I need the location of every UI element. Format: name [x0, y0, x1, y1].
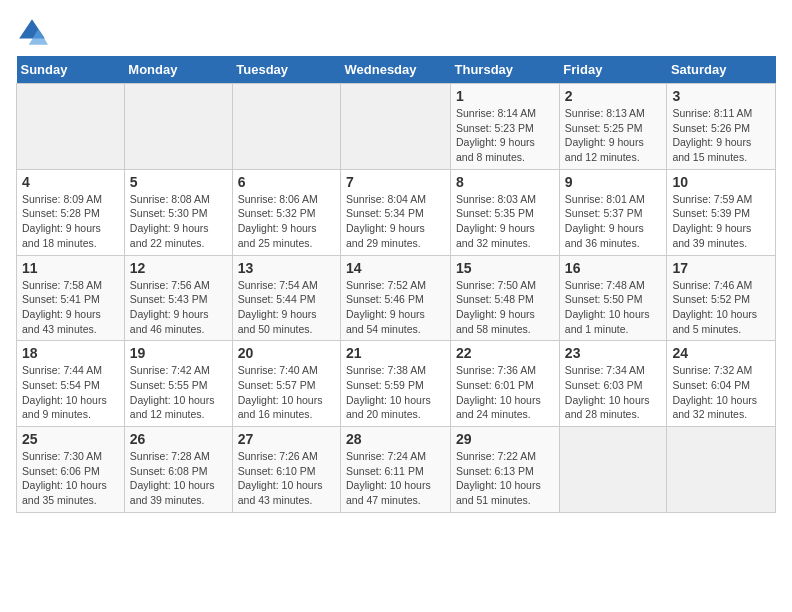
day-number: 2 [565, 88, 662, 104]
day-number: 18 [22, 345, 119, 361]
calendar-table: SundayMondayTuesdayWednesdayThursdayFrid… [16, 56, 776, 513]
day-number: 10 [672, 174, 770, 190]
calendar-cell: 23Sunrise: 7:34 AM Sunset: 6:03 PM Dayli… [559, 341, 667, 427]
calendar-cell: 11Sunrise: 7:58 AM Sunset: 5:41 PM Dayli… [17, 255, 125, 341]
calendar-cell [559, 427, 667, 513]
day-info: Sunrise: 7:28 AM Sunset: 6:08 PM Dayligh… [130, 449, 227, 508]
day-info: Sunrise: 8:08 AM Sunset: 5:30 PM Dayligh… [130, 192, 227, 251]
header-monday: Monday [124, 56, 232, 84]
calendar-cell: 15Sunrise: 7:50 AM Sunset: 5:48 PM Dayli… [451, 255, 560, 341]
calendar-cell: 10Sunrise: 7:59 AM Sunset: 5:39 PM Dayli… [667, 169, 776, 255]
calendar-cell: 28Sunrise: 7:24 AM Sunset: 6:11 PM Dayli… [341, 427, 451, 513]
day-number: 4 [22, 174, 119, 190]
calendar-cell: 6Sunrise: 8:06 AM Sunset: 5:32 PM Daylig… [232, 169, 340, 255]
day-info: Sunrise: 7:32 AM Sunset: 6:04 PM Dayligh… [672, 363, 770, 422]
day-number: 5 [130, 174, 227, 190]
day-info: Sunrise: 7:42 AM Sunset: 5:55 PM Dayligh… [130, 363, 227, 422]
day-info: Sunrise: 7:40 AM Sunset: 5:57 PM Dayligh… [238, 363, 335, 422]
day-number: 26 [130, 431, 227, 447]
day-number: 16 [565, 260, 662, 276]
calendar-header-row: SundayMondayTuesdayWednesdayThursdayFrid… [17, 56, 776, 84]
day-info: Sunrise: 7:22 AM Sunset: 6:13 PM Dayligh… [456, 449, 554, 508]
day-info: Sunrise: 7:58 AM Sunset: 5:41 PM Dayligh… [22, 278, 119, 337]
calendar-cell: 25Sunrise: 7:30 AM Sunset: 6:06 PM Dayli… [17, 427, 125, 513]
day-info: Sunrise: 8:03 AM Sunset: 5:35 PM Dayligh… [456, 192, 554, 251]
day-info: Sunrise: 8:04 AM Sunset: 5:34 PM Dayligh… [346, 192, 445, 251]
header-wednesday: Wednesday [341, 56, 451, 84]
day-number: 29 [456, 431, 554, 447]
header-thursday: Thursday [451, 56, 560, 84]
calendar-cell [17, 84, 125, 170]
day-number: 13 [238, 260, 335, 276]
logo-icon [16, 16, 48, 48]
day-number: 6 [238, 174, 335, 190]
header-friday: Friday [559, 56, 667, 84]
day-number: 11 [22, 260, 119, 276]
calendar-cell: 2Sunrise: 8:13 AM Sunset: 5:25 PM Daylig… [559, 84, 667, 170]
calendar-week-row: 25Sunrise: 7:30 AM Sunset: 6:06 PM Dayli… [17, 427, 776, 513]
day-info: Sunrise: 7:46 AM Sunset: 5:52 PM Dayligh… [672, 278, 770, 337]
calendar-cell: 16Sunrise: 7:48 AM Sunset: 5:50 PM Dayli… [559, 255, 667, 341]
calendar-cell: 22Sunrise: 7:36 AM Sunset: 6:01 PM Dayli… [451, 341, 560, 427]
day-info: Sunrise: 7:30 AM Sunset: 6:06 PM Dayligh… [22, 449, 119, 508]
header-tuesday: Tuesday [232, 56, 340, 84]
day-info: Sunrise: 7:52 AM Sunset: 5:46 PM Dayligh… [346, 278, 445, 337]
day-info: Sunrise: 8:14 AM Sunset: 5:23 PM Dayligh… [456, 106, 554, 165]
day-number: 3 [672, 88, 770, 104]
day-info: Sunrise: 8:09 AM Sunset: 5:28 PM Dayligh… [22, 192, 119, 251]
day-info: Sunrise: 7:56 AM Sunset: 5:43 PM Dayligh… [130, 278, 227, 337]
day-info: Sunrise: 7:26 AM Sunset: 6:10 PM Dayligh… [238, 449, 335, 508]
calendar-cell: 17Sunrise: 7:46 AM Sunset: 5:52 PM Dayli… [667, 255, 776, 341]
day-number: 28 [346, 431, 445, 447]
calendar-cell: 19Sunrise: 7:42 AM Sunset: 5:55 PM Dayli… [124, 341, 232, 427]
calendar-cell: 8Sunrise: 8:03 AM Sunset: 5:35 PM Daylig… [451, 169, 560, 255]
day-number: 24 [672, 345, 770, 361]
day-info: Sunrise: 8:06 AM Sunset: 5:32 PM Dayligh… [238, 192, 335, 251]
day-info: Sunrise: 7:34 AM Sunset: 6:03 PM Dayligh… [565, 363, 662, 422]
calendar-cell: 13Sunrise: 7:54 AM Sunset: 5:44 PM Dayli… [232, 255, 340, 341]
calendar-cell: 7Sunrise: 8:04 AM Sunset: 5:34 PM Daylig… [341, 169, 451, 255]
day-info: Sunrise: 8:01 AM Sunset: 5:37 PM Dayligh… [565, 192, 662, 251]
calendar-cell: 24Sunrise: 7:32 AM Sunset: 6:04 PM Dayli… [667, 341, 776, 427]
day-info: Sunrise: 7:36 AM Sunset: 6:01 PM Dayligh… [456, 363, 554, 422]
header-saturday: Saturday [667, 56, 776, 84]
day-number: 20 [238, 345, 335, 361]
day-info: Sunrise: 8:11 AM Sunset: 5:26 PM Dayligh… [672, 106, 770, 165]
calendar-cell [341, 84, 451, 170]
calendar-cell: 27Sunrise: 7:26 AM Sunset: 6:10 PM Dayli… [232, 427, 340, 513]
day-info: Sunrise: 8:13 AM Sunset: 5:25 PM Dayligh… [565, 106, 662, 165]
day-number: 22 [456, 345, 554, 361]
calendar-cell [667, 427, 776, 513]
calendar-week-row: 11Sunrise: 7:58 AM Sunset: 5:41 PM Dayli… [17, 255, 776, 341]
calendar-cell: 12Sunrise: 7:56 AM Sunset: 5:43 PM Dayli… [124, 255, 232, 341]
calendar-cell [232, 84, 340, 170]
day-number: 15 [456, 260, 554, 276]
day-number: 19 [130, 345, 227, 361]
calendar-cell: 4Sunrise: 8:09 AM Sunset: 5:28 PM Daylig… [17, 169, 125, 255]
day-number: 17 [672, 260, 770, 276]
logo [16, 16, 52, 48]
day-number: 1 [456, 88, 554, 104]
calendar-cell: 9Sunrise: 8:01 AM Sunset: 5:37 PM Daylig… [559, 169, 667, 255]
day-info: Sunrise: 7:59 AM Sunset: 5:39 PM Dayligh… [672, 192, 770, 251]
calendar-cell: 18Sunrise: 7:44 AM Sunset: 5:54 PM Dayli… [17, 341, 125, 427]
calendar-cell: 3Sunrise: 8:11 AM Sunset: 5:26 PM Daylig… [667, 84, 776, 170]
day-number: 14 [346, 260, 445, 276]
calendar-week-row: 4Sunrise: 8:09 AM Sunset: 5:28 PM Daylig… [17, 169, 776, 255]
calendar-cell [124, 84, 232, 170]
day-number: 21 [346, 345, 445, 361]
day-number: 8 [456, 174, 554, 190]
day-number: 9 [565, 174, 662, 190]
day-number: 27 [238, 431, 335, 447]
calendar-cell: 14Sunrise: 7:52 AM Sunset: 5:46 PM Dayli… [341, 255, 451, 341]
calendar-cell: 20Sunrise: 7:40 AM Sunset: 5:57 PM Dayli… [232, 341, 340, 427]
calendar-week-row: 1Sunrise: 8:14 AM Sunset: 5:23 PM Daylig… [17, 84, 776, 170]
calendar-cell: 21Sunrise: 7:38 AM Sunset: 5:59 PM Dayli… [341, 341, 451, 427]
calendar-cell: 26Sunrise: 7:28 AM Sunset: 6:08 PM Dayli… [124, 427, 232, 513]
day-info: Sunrise: 7:54 AM Sunset: 5:44 PM Dayligh… [238, 278, 335, 337]
calendar-cell: 29Sunrise: 7:22 AM Sunset: 6:13 PM Dayli… [451, 427, 560, 513]
day-number: 23 [565, 345, 662, 361]
day-number: 12 [130, 260, 227, 276]
day-info: Sunrise: 7:50 AM Sunset: 5:48 PM Dayligh… [456, 278, 554, 337]
day-number: 25 [22, 431, 119, 447]
